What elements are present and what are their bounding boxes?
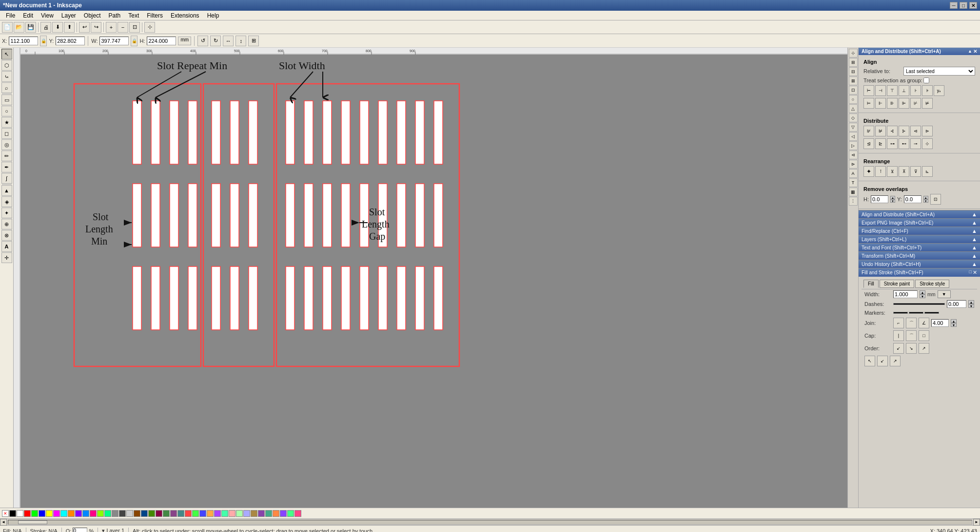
palette-color-swatch[interactable] bbox=[68, 510, 75, 517]
redo-button[interactable]: ↪ bbox=[91, 22, 101, 33]
snap-btn-16[interactable]: ▦ bbox=[849, 188, 858, 196]
fs-dashes-preview[interactable] bbox=[893, 303, 945, 305]
align-right-edge[interactable]: ⊤ bbox=[887, 85, 898, 96]
align-r5[interactable]: ⊬ bbox=[910, 98, 921, 109]
horizontal-scrollbar[interactable]: ◄ ► bbox=[0, 518, 980, 525]
dist-7[interactable]: ⊴ bbox=[863, 138, 874, 149]
ro-h-input[interactable] bbox=[871, 195, 888, 203]
tool-pencil[interactable]: ✏ bbox=[1, 151, 12, 161]
docked-panel-undohistory-arrow[interactable]: ▲ bbox=[972, 261, 977, 267]
export-button[interactable]: ⬆ bbox=[64, 22, 75, 33]
fill-stroke-panel-header[interactable]: Fill and Stroke (Shift+Ctrl+F) □ ✕ bbox=[859, 268, 980, 277]
scroll-thumb[interactable] bbox=[18, 520, 47, 524]
palette-color-swatch[interactable] bbox=[280, 510, 287, 517]
fs-extra-2[interactable]: ↙ bbox=[877, 356, 888, 366]
palette-color-swatch[interactable] bbox=[112, 510, 118, 517]
palette-color-swatch[interactable] bbox=[177, 510, 184, 517]
snap-btn-12[interactable]: ⊲ bbox=[849, 151, 858, 159]
drawing-canvas[interactable]: Slot Repeat Min Slot Width Slot Length M… bbox=[20, 55, 847, 508]
treat-selection-checkbox[interactable] bbox=[923, 77, 929, 83]
ro-h-spinbtn[interactable]: ▲ ▼ bbox=[890, 196, 895, 203]
dist-3[interactable]: ⊰ bbox=[887, 126, 898, 136]
docked-panel-textfont-arrow[interactable]: ▲ bbox=[972, 245, 977, 250]
align-r2[interactable]: ⊩ bbox=[875, 98, 886, 109]
palette-color-swatch[interactable] bbox=[90, 510, 97, 517]
fs-cap-square[interactable]: □ bbox=[919, 330, 929, 341]
tool-spray[interactable]: ⊗ bbox=[1, 230, 12, 241]
menu-text[interactable]: Text bbox=[124, 11, 143, 20]
canvas-area[interactable]: 0 100 200 300 400 500 600 700 800 900 bbox=[14, 48, 847, 508]
new-button[interactable]: 📄 bbox=[2, 22, 13, 33]
palette-color-swatch[interactable] bbox=[9, 510, 16, 517]
fs-join-value[interactable] bbox=[931, 319, 949, 327]
relative-to-select[interactable]: Last selected bbox=[903, 67, 975, 76]
tab-stroke-style[interactable]: Stroke style bbox=[915, 280, 949, 288]
snap-btn-7[interactable]: △ bbox=[849, 104, 858, 113]
tool-star[interactable]: ★ bbox=[1, 117, 12, 128]
w-input[interactable] bbox=[99, 37, 129, 45]
dist-8[interactable]: ⊵ bbox=[875, 138, 886, 149]
fs-cap-butt[interactable]: | bbox=[893, 330, 904, 341]
palette-color-swatch[interactable] bbox=[273, 510, 279, 517]
scroll-right[interactable]: ► bbox=[973, 519, 980, 526]
palette-color-swatch[interactable] bbox=[148, 510, 155, 517]
align-r6[interactable]: ⊭ bbox=[922, 98, 933, 109]
wh-lock-btn[interactable]: 🔒 bbox=[131, 36, 137, 46]
undo-button[interactable]: ↩ bbox=[79, 22, 90, 33]
align-top-edge[interactable]: ⊥ bbox=[899, 85, 909, 96]
scroll-left[interactable]: ◄ bbox=[0, 519, 7, 526]
palette-color-swatch[interactable] bbox=[185, 510, 192, 517]
tool-paintbucket[interactable]: ▲ bbox=[1, 185, 12, 196]
palette-color-swatch[interactable] bbox=[287, 510, 294, 517]
ro-v-down[interactable]: ▼ bbox=[923, 199, 928, 203]
h-input[interactable] bbox=[147, 37, 176, 45]
transform-btn3[interactable]: ↔ bbox=[223, 36, 234, 46]
align-r1[interactable]: ⊨ bbox=[863, 98, 874, 109]
dist-12[interactable]: ⊹ bbox=[922, 138, 933, 149]
fs-join-round[interactable]: ⌒ bbox=[906, 318, 917, 328]
zoom-fit-button[interactable]: ⊡ bbox=[129, 22, 140, 33]
fs-marker-end[interactable] bbox=[924, 312, 939, 314]
save-button[interactable]: 💾 bbox=[25, 22, 36, 33]
ro-h-down[interactable]: ▼ bbox=[890, 199, 895, 203]
fs-cap-round[interactable]: ⌒ bbox=[906, 330, 917, 341]
tool-eyedropper[interactable]: ✦ bbox=[1, 208, 12, 218]
transform-btn4[interactable]: ↕ bbox=[235, 36, 246, 46]
menu-help[interactable]: Help bbox=[203, 11, 223, 20]
menu-edit[interactable]: Edit bbox=[19, 11, 37, 20]
snap-btn-9[interactable]: ▽ bbox=[849, 123, 858, 132]
menu-layer[interactable]: Layer bbox=[58, 11, 80, 20]
dist-1[interactable]: ⊮ bbox=[863, 126, 874, 136]
tool-ellipse[interactable]: ○ bbox=[1, 106, 12, 116]
align-left-center[interactable]: ⊣ bbox=[875, 85, 886, 96]
fs-join-bevel[interactable]: ∠ bbox=[919, 318, 929, 328]
menu-file[interactable]: File bbox=[2, 11, 19, 20]
docked-panel-undohistory-header[interactable]: Undo History (Shift+Ctrl+H) ▲ bbox=[859, 260, 980, 268]
tool-3dbox[interactable]: ◻ bbox=[1, 128, 12, 139]
palette-color-swatch[interactable] bbox=[199, 510, 206, 517]
palette-color-swatch[interactable] bbox=[265, 510, 272, 517]
align-left-edge[interactable]: ⊢ bbox=[863, 85, 874, 96]
snap-btn-13[interactable]: ⊳ bbox=[849, 160, 858, 169]
open-button[interactable]: 📂 bbox=[14, 22, 24, 33]
menu-path[interactable]: Path bbox=[105, 11, 125, 20]
transform-btn1[interactable]: ↺ bbox=[197, 36, 208, 46]
dist-4[interactable]: ⊱ bbox=[899, 126, 909, 136]
fs-order-2[interactable]: ↘ bbox=[906, 343, 917, 354]
snap-btn-11[interactable]: ▷ bbox=[849, 141, 858, 150]
palette-color-swatch[interactable] bbox=[134, 510, 140, 517]
snap-btn-5[interactable]: ⊡ bbox=[849, 86, 858, 95]
palette-color-swatch[interactable] bbox=[104, 510, 111, 517]
docked-panel-findreplace-header[interactable]: Find/Replace (Ctrl+F) ▲ bbox=[859, 227, 980, 235]
palette-color-swatch[interactable] bbox=[31, 510, 38, 517]
rearrange-1[interactable]: ✦ bbox=[863, 166, 874, 177]
palette-color-swatch[interactable] bbox=[46, 510, 53, 517]
fill-stroke-expand[interactable]: □ bbox=[969, 269, 972, 276]
fill-stroke-close[interactable]: ✕ bbox=[973, 269, 977, 276]
tool-selector[interactable]: ↖ bbox=[1, 49, 12, 59]
align-r4[interactable]: ⊫ bbox=[899, 98, 909, 109]
fs-extra-3[interactable]: ↗ bbox=[890, 356, 901, 366]
snap-btn-15[interactable]: T bbox=[849, 178, 858, 187]
dist-11[interactable]: ⊸ bbox=[910, 138, 921, 149]
palette-none[interactable]: ✕ bbox=[2, 510, 9, 517]
